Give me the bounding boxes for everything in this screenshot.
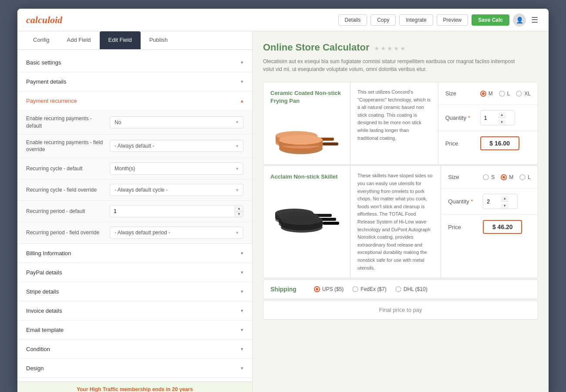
accordion-header-billing-info[interactable]: Billing Information ▾	[17, 244, 252, 263]
qty-field-2[interactable]	[483, 196, 501, 207]
qty-input-2[interactable]: ▲ ▼	[483, 194, 518, 209]
accordion-payment-recurrence: Payment recurrence ▴ Enable recurring pa…	[17, 91, 252, 244]
accordion-header-design[interactable]: Design ▾	[17, 359, 252, 378]
radio-label-XL-1: XL	[524, 91, 531, 97]
accordion-label-stripe-details: Stripe details	[26, 288, 59, 295]
shipping-fedex[interactable]: FedEx ($7)	[352, 286, 386, 292]
chevron-down-icon: ▾	[241, 250, 243, 256]
tab-publish[interactable]: Publish	[141, 31, 177, 49]
calculator-title-row: Online Store Calculator ★ ★ ★ ★ ★	[263, 42, 538, 55]
shipping-ups[interactable]: UPS ($5)	[314, 286, 344, 292]
shipping-fedex-label: FedEx ($7)	[360, 286, 386, 292]
accordion-header-payment-recurrence[interactable]: Payment recurrence ▴	[17, 91, 252, 110]
chevron-down-icon: ▾	[236, 230, 239, 236]
product-desc-1: This set utilizes Concord's "Copperamic"…	[350, 82, 438, 164]
product-image-2	[270, 186, 340, 233]
accordion-label-invoice-details: Invoice details	[26, 308, 62, 314]
shipping-label: Shipping	[270, 286, 305, 293]
chevron-down-icon: ▾	[241, 79, 243, 84]
svg-rect-11	[323, 142, 338, 145]
spinner-down[interactable]: ▼	[235, 212, 243, 217]
accordion-basic-settings: Basic settings ▾	[17, 53, 252, 72]
shipping-dhl[interactable]: DHL ($10)	[395, 286, 428, 292]
accordion-header-stripe-details[interactable]: Stripe details ▾	[17, 282, 252, 301]
select-recurring-cycle-override[interactable]: - Always default cycle - ▾	[110, 184, 243, 196]
product-name-2: Acclaim Non-stick Skillet	[270, 173, 343, 181]
option-label-price-2: Price	[448, 224, 478, 230]
form-label-recurring-cycle-override: Recurring cycle - field override	[26, 186, 104, 194]
radio-S-2[interactable]: S	[483, 174, 495, 180]
accordion-billing-info: Billing Information ▾	[17, 244, 252, 263]
select-recurring-period-override[interactable]: - Always default period - ▾	[110, 226, 243, 239]
number-input-recurring-period-default[interactable]: ▲ ▼	[110, 205, 243, 217]
radio-L-1[interactable]: L	[499, 91, 510, 97]
select-enable-recurring-default[interactable]: No ▾	[110, 116, 243, 128]
accordion-label-payment-details: Payment details	[26, 78, 67, 85]
select-enable-recurring-override[interactable]: - Always default - ▾	[110, 140, 243, 152]
config-tabs: Config Add Field Edit Field Publish	[17, 31, 252, 50]
option-label-qty-2: Quantity *	[448, 198, 478, 205]
accordion-header-condition[interactable]: Condition ▾	[17, 340, 252, 358]
chevron-down-icon: ▾	[236, 143, 239, 149]
spinner-up[interactable]: ▲	[235, 206, 243, 212]
tab-edit-field[interactable]: Edit Field	[100, 31, 141, 49]
chevron-down-icon: ▾	[241, 270, 243, 275]
accordion-label-paypal-details: PayPal details	[26, 269, 62, 276]
required-marker: *	[468, 115, 470, 121]
chevron-up-icon: ▴	[241, 98, 243, 104]
top-actions: Details Copy Integrate Preview Save Calc…	[338, 14, 540, 27]
app-window: calculoid Details Copy Integrate Preview…	[17, 9, 549, 392]
radio-circle-dhl	[395, 286, 401, 292]
form-label-enable-recurring-override: Enable recurring payments - field overri…	[26, 139, 104, 154]
details-button[interactable]: Details	[338, 14, 367, 26]
product-info-1: Ceramic Coated Non-stick Frying Pan	[263, 82, 350, 164]
tab-config[interactable]: Config	[24, 31, 58, 49]
radio-label-S-2: S	[491, 174, 495, 180]
copy-button[interactable]: Copy	[371, 14, 396, 26]
integrate-button[interactable]: Integrate	[399, 14, 433, 26]
product-info-2: Acclaim Non-stick Skillet	[263, 166, 350, 278]
radio-L-2[interactable]: L	[519, 174, 531, 180]
radio-M-1[interactable]: M	[480, 91, 493, 97]
accordion-header-payment-details[interactable]: Payment details ▾	[17, 72, 252, 91]
qty-field-1[interactable]	[481, 113, 498, 123]
radio-XL-1[interactable]: XL	[516, 91, 531, 97]
frying-pan-svg-2	[270, 186, 340, 233]
radio-circle-ups	[314, 286, 320, 292]
form-control-recurring-cycle-default: Month(s) ▾	[110, 162, 243, 175]
qty-down-1[interactable]: ▼	[498, 120, 506, 125]
avatar-button[interactable]: 👤	[513, 14, 526, 27]
radio-label-M-2: M	[509, 174, 513, 180]
bottom-notice-text: Your High Traffic membership ends in	[77, 386, 172, 392]
qty-input-1[interactable]: ▲ ▼	[480, 110, 515, 125]
star-3[interactable]: ★	[387, 45, 393, 52]
qty-down-2[interactable]: ▼	[501, 203, 509, 209]
stars: ★ ★ ★ ★ ★	[374, 45, 406, 52]
form-row-enable-recurring-override: Enable recurring payments - field overri…	[17, 135, 252, 159]
tab-add-field[interactable]: Add Field	[58, 31, 100, 49]
recurring-period-default-field[interactable]	[110, 206, 235, 217]
star-2[interactable]: ★	[381, 45, 386, 52]
qty-up-2[interactable]: ▲	[501, 196, 509, 202]
radio-circle-M-2	[501, 174, 507, 180]
form-control-recurring-period-default: ▲ ▼	[110, 205, 243, 217]
preview-button[interactable]: Preview	[437, 14, 468, 26]
product-name-1: Ceramic Coated Non-stick Frying Pan	[270, 89, 343, 105]
accordion-header-basic-settings[interactable]: Basic settings ▾	[17, 53, 252, 72]
save-button[interactable]: Save Calc	[472, 14, 509, 26]
menu-icon[interactable]: ☰	[529, 14, 540, 27]
final-price-label: Final price to pay	[379, 307, 422, 313]
left-scroll: Basic settings ▾ Payment details ▾ Payme…	[17, 50, 252, 382]
accordion-header-email-template[interactable]: Email template ▾	[17, 321, 252, 339]
star-1[interactable]: ★	[374, 45, 380, 52]
radio-M-2[interactable]: M	[501, 174, 513, 180]
star-4[interactable]: ★	[394, 45, 399, 52]
left-panel: Config Add Field Edit Field Publish Basi…	[17, 31, 253, 392]
accordion-header-invoice-details[interactable]: Invoice details ▾	[17, 301, 252, 320]
qty-up-1[interactable]: ▲	[498, 112, 506, 118]
accordion-header-paypal-details[interactable]: PayPal details ▾	[17, 263, 252, 282]
star-5[interactable]: ★	[400, 45, 406, 52]
chevron-down-icon: ▾	[236, 119, 239, 125]
select-recurring-cycle-default[interactable]: Month(s) ▾	[110, 162, 243, 175]
radio-group-size-1: M L XL	[480, 91, 531, 97]
